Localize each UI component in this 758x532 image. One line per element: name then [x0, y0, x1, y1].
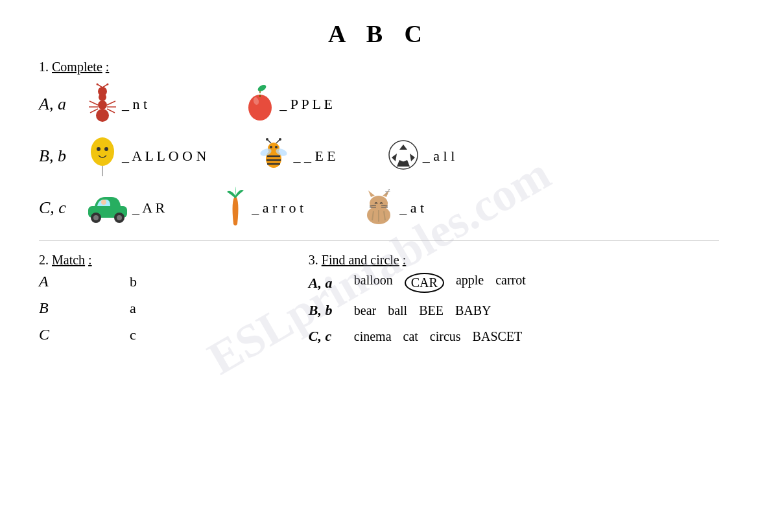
- bee-icon: [257, 138, 290, 174]
- page-title: A B C: [39, 19, 719, 48]
- svg-point-29: [275, 146, 278, 148]
- section-find-label: 3. Find and circle :: [309, 253, 719, 268]
- section-find: 3. Find and circle : A, a balloon CAR ap…: [309, 253, 719, 354]
- svg-point-45: [93, 215, 99, 220]
- word-bascet: BASCET: [473, 329, 523, 344]
- blank-car: _ A R: [132, 200, 165, 216]
- find-row-b: B, b bear ball BEE BABY: [309, 302, 719, 319]
- row-a-pairs: _ n t: [86, 83, 719, 126]
- svg-marker-50: [368, 191, 375, 197]
- blank-carrot: _ a r r o t: [252, 200, 303, 216]
- section-match: 2. Match : A b B a C c: [39, 253, 309, 354]
- find-row-a: A, a balloon CAR apple carrot: [309, 273, 719, 293]
- word-balloon: balloon: [354, 273, 393, 293]
- carrot-icon: [222, 187, 249, 229]
- svg-point-19: [91, 137, 114, 166]
- match-row-a: A b: [39, 273, 296, 290]
- row-c: C, c: [39, 182, 719, 234]
- word-cat: cat: [403, 329, 418, 344]
- pair-ant: _ n t: [86, 83, 147, 126]
- svg-point-47: [101, 200, 106, 205]
- word-ball: ball: [388, 303, 407, 318]
- word-circus: circus: [430, 329, 461, 344]
- blank-apple: _ P P L E: [279, 96, 333, 113]
- word-bear: bear: [354, 303, 376, 318]
- match-right-c: c: [130, 327, 169, 343]
- blank-balloon: _ A L L O O N: [122, 148, 206, 165]
- svg-point-16: [248, 95, 272, 121]
- word-carrot: carrot: [495, 273, 526, 293]
- section-complete: 1. Complete : A, a: [39, 60, 719, 234]
- pair-cat: z z: [361, 188, 424, 228]
- blank-bee: _ _ E E: [293, 148, 335, 165]
- bottom-sections: 2. Match : A b B a C c 3. Find and: [39, 253, 719, 354]
- letter-a: A, a: [39, 95, 86, 114]
- blank-cat: _ a t: [399, 200, 424, 216]
- word-baby: BABY: [455, 303, 492, 318]
- word-bee: BEE: [419, 303, 444, 318]
- match-left-c: C: [39, 326, 78, 343]
- blank-ant: _ n t: [122, 96, 147, 113]
- svg-point-46: [117, 215, 122, 220]
- match-left-b: B: [39, 299, 78, 317]
- find-words-a: balloon CAR apple carrot: [354, 273, 526, 293]
- pair-ball: _ a l l: [386, 138, 455, 174]
- word-car-circled: CAR: [405, 273, 444, 293]
- letter-c: C, c: [39, 198, 86, 218]
- match-rows: A b B a C c: [39, 273, 296, 343]
- svg-line-11: [107, 101, 115, 105]
- svg-line-13: [107, 109, 115, 113]
- match-row-c: C c: [39, 326, 296, 343]
- match-row-b: B a: [39, 299, 296, 317]
- letter-b: B, b: [39, 146, 86, 166]
- svg-point-34: [266, 138, 268, 141]
- find-letter-a: A, a: [309, 275, 354, 292]
- svg-point-0: [96, 109, 109, 122]
- word-apple: apple: [456, 273, 484, 293]
- pair-car: _ A R: [86, 191, 165, 226]
- svg-text:z: z: [388, 188, 390, 193]
- row-a: A, a: [39, 78, 719, 130]
- complete-rows: A, a: [39, 78, 719, 234]
- ball-icon: [386, 138, 420, 174]
- row-c-pairs: _ A R: [86, 187, 719, 229]
- ant-icon: [86, 83, 119, 126]
- svg-point-22: [104, 147, 108, 151]
- divider: [39, 240, 719, 241]
- cat-icon: z z: [361, 188, 397, 228]
- section-complete-label: 1. Complete :: [39, 60, 719, 75]
- apple-icon: [243, 83, 277, 126]
- find-letter-c: C, c: [309, 328, 354, 345]
- find-words-c: cinema cat circus BASCET: [354, 329, 523, 344]
- svg-line-10: [90, 109, 98, 113]
- find-letter-b: B, b: [309, 302, 354, 319]
- match-left-a: A: [39, 273, 78, 290]
- match-right-a: a: [130, 300, 169, 317]
- page: ESLprintables.com A B C 1. Complete : A,…: [0, 0, 758, 532]
- svg-line-8: [89, 101, 98, 105]
- section-match-label: 2. Match :: [39, 253, 296, 268]
- svg-point-6: [97, 84, 99, 86]
- find-words-b: bear ball BEE BABY: [354, 303, 492, 318]
- svg-point-28: [270, 146, 272, 148]
- svg-point-14: [257, 84, 267, 93]
- pair-carrot: _ a r r o t: [222, 187, 303, 229]
- svg-point-1: [98, 100, 107, 110]
- blank-ball: _ a l l: [423, 148, 455, 165]
- pair-bee: _ _ E E: [257, 138, 335, 174]
- word-cinema: cinema: [354, 329, 392, 344]
- pair-apple: _ P P L E: [243, 83, 333, 126]
- svg-point-3: [98, 87, 107, 96]
- row-b-pairs: _ A L L O O N: [86, 132, 719, 180]
- match-right-b: b: [130, 273, 169, 290]
- balloon-icon: [86, 132, 119, 180]
- pair-balloon: _ A L L O O N: [86, 132, 206, 180]
- find-row-c: C, c cinema cat circus BASCET: [309, 328, 719, 345]
- svg-point-21: [97, 147, 101, 151]
- car-icon: [86, 191, 130, 226]
- find-rows: A, a balloon CAR apple carrot B, b bear …: [309, 273, 719, 345]
- svg-point-49: [370, 196, 388, 211]
- row-b: B, b: [39, 130, 719, 182]
- svg-point-7: [107, 84, 109, 86]
- svg-point-35: [279, 138, 281, 141]
